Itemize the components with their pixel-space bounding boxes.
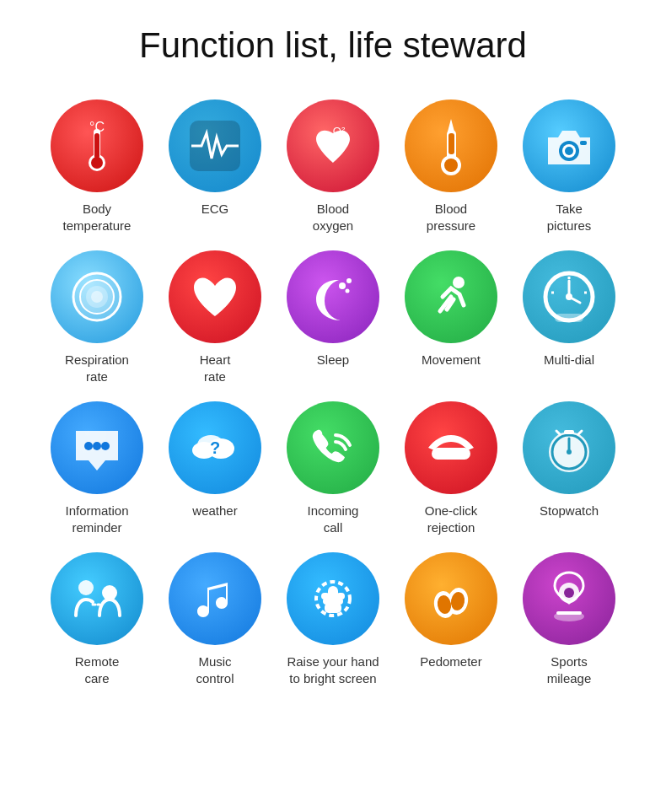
icon-information-reminder (51, 401, 143, 494)
item-heart-rate: Heartrate (160, 250, 270, 384)
icon-incoming-call (287, 401, 379, 494)
icon-one-click-rejection (405, 401, 497, 494)
svg-point-32 (84, 442, 93, 450)
item-respiration-rate: Respirationrate (42, 250, 152, 384)
svg-rect-44 (564, 430, 574, 434)
item-blood-oxygen: O² Bloodoxygen (278, 99, 388, 234)
icon-blood-oxygen: O² (287, 99, 379, 192)
label-stopwatch: Stopwatch (540, 503, 599, 519)
item-blood-pressure: Bloodpressure (396, 99, 506, 234)
icon-multi-dial (523, 250, 615, 343)
item-pedometer: Pedometer (396, 552, 506, 686)
icon-sports-mileage (523, 552, 615, 645)
icon-remote-care (51, 552, 143, 645)
item-weather: ? weather (160, 401, 270, 535)
svg-point-21 (346, 289, 350, 293)
item-ecg: ECG (160, 99, 270, 234)
item-raise-hand: Raise your handto bright screen (278, 552, 388, 686)
label-sports-mileage: Sportsmileage (547, 653, 592, 686)
svg-line-45 (556, 431, 560, 434)
label-weather: weather (192, 503, 237, 519)
svg-rect-55 (325, 603, 341, 613)
item-take-pictures: Takepictures (514, 99, 624, 234)
icon-take-pictures (523, 99, 615, 192)
icon-body-temperature: °C (51, 99, 143, 192)
icon-music-control (169, 552, 261, 645)
svg-line-46 (578, 431, 582, 434)
svg-point-4 (91, 157, 103, 169)
svg-point-13 (565, 147, 573, 155)
item-sleep: Sleep (278, 250, 388, 384)
page-title: Function list, life steward (139, 25, 527, 66)
svg-rect-14 (580, 141, 587, 145)
svg-point-19 (339, 282, 346, 289)
label-take-pictures: Takepictures (547, 201, 592, 234)
icon-raise-hand (287, 552, 379, 645)
svg-point-10 (444, 159, 458, 172)
item-incoming-call: Incomingcall (278, 401, 388, 535)
label-incoming-call: Incomingcall (308, 503, 359, 535)
icon-pedometer (405, 552, 497, 645)
svg-rect-31 (555, 314, 583, 322)
svg-point-20 (346, 278, 352, 283)
label-ecg: ECG (201, 201, 229, 218)
icon-movement (405, 250, 497, 343)
label-remote-care: Remotecare (75, 653, 120, 686)
label-pedometer: Pedometer (420, 653, 481, 670)
label-heart-rate: Heartrate (200, 352, 231, 384)
item-remote-care: Remotecare (42, 552, 152, 686)
svg-point-61 (564, 588, 574, 598)
label-raise-hand: Raise your handto bright screen (287, 653, 379, 686)
label-multi-dial: Multi-dial (544, 352, 594, 368)
item-music-control: Musiccontrol (160, 552, 270, 686)
features-grid: °C Bodytemperature ECG O² Bloodoxygen (42, 99, 624, 686)
svg-point-47 (78, 580, 94, 595)
label-music-control: Musiccontrol (196, 653, 234, 686)
icon-sleep (287, 250, 379, 343)
icon-stopwatch (523, 401, 615, 494)
svg-point-33 (93, 442, 101, 450)
label-respiration-rate: Respirationrate (65, 352, 129, 384)
icon-blood-pressure (405, 99, 497, 192)
svg-point-43 (567, 449, 572, 454)
label-body-temperature: Bodytemperature (63, 201, 132, 234)
svg-point-34 (101, 442, 110, 450)
icon-weather: ? (169, 401, 261, 494)
item-information-reminder: Informationreminder (42, 401, 152, 535)
icon-ecg (169, 99, 261, 192)
icon-heart-rate (169, 250, 261, 343)
label-one-click-rejection: One-clickrejection (425, 503, 478, 535)
icon-respiration-rate (51, 250, 143, 343)
item-movement: Movement (396, 250, 506, 384)
item-stopwatch: Stopwatch (514, 401, 624, 535)
label-sleep: Sleep (317, 352, 349, 368)
item-multi-dial: Multi-dial (514, 250, 624, 384)
svg-point-22 (453, 277, 465, 288)
item-one-click-rejection: One-clickrejection (396, 401, 506, 535)
label-blood-oxygen: Bloodoxygen (313, 201, 353, 234)
svg-point-18 (91, 291, 103, 303)
item-body-temperature: °C Bodytemperature (42, 99, 152, 234)
svg-rect-39 (432, 448, 470, 460)
svg-text:?: ? (210, 438, 220, 457)
label-information-reminder: Informationreminder (65, 503, 128, 535)
svg-rect-3 (94, 133, 99, 159)
label-movement: Movement (422, 352, 481, 368)
item-sports-mileage: Sportsmileage (514, 552, 624, 686)
label-blood-pressure: Bloodpressure (427, 201, 475, 234)
svg-line-27 (569, 297, 580, 303)
svg-rect-9 (448, 133, 454, 154)
